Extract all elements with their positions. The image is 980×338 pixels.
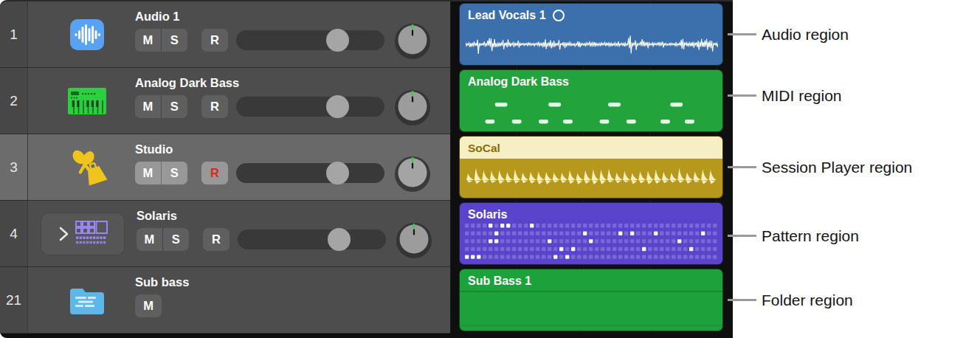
region-title: Solaris xyxy=(468,207,507,223)
track-row-audio: 1 xyxy=(0,1,733,68)
track-header[interactable]: Analog Dark Bass M S R xyxy=(28,68,450,134)
session-player-region[interactable]: SoCal xyxy=(459,136,723,199)
folder-divider xyxy=(460,325,722,326)
pan-knob[interactable] xyxy=(393,154,432,193)
mute-button[interactable]: M xyxy=(135,162,162,184)
pan-knob[interactable] xyxy=(395,220,433,260)
pattern-region[interactable]: Solaris xyxy=(459,202,723,265)
pan-knob[interactable] xyxy=(393,21,432,61)
solo-button[interactable]: S xyxy=(162,29,188,52)
region-title: Lead Vocals 1 xyxy=(468,7,546,24)
screenshot-stage: 1 xyxy=(0,0,980,338)
track-lane: SoCal xyxy=(450,134,733,201)
chevron-right-icon xyxy=(57,225,70,243)
track-header[interactable]: Studio M S R xyxy=(28,134,450,201)
callout-label-folder: Folder region xyxy=(762,289,853,311)
track-row-midi: 2 Analog Dark Bass xyxy=(0,68,733,134)
mute-button[interactable]: M xyxy=(135,95,162,118)
callout-line xyxy=(728,235,756,237)
callout-label-pattern: Pattern region xyxy=(762,225,859,247)
volume-slider-handle[interactable] xyxy=(326,95,349,118)
record-enable-button[interactable]: R xyxy=(201,29,228,52)
drum-machine-icon xyxy=(75,220,108,248)
track-lane: Sub Bass 1 xyxy=(450,267,733,334)
track-row-pattern: 4 xyxy=(0,201,733,267)
folder-region[interactable]: Sub Bass 1 xyxy=(459,269,723,331)
volume-slider-handle[interactable] xyxy=(326,29,349,52)
solo-button[interactable]: S xyxy=(162,95,188,118)
callout-label-session-player: Session Player region xyxy=(762,156,912,179)
pattern-step-grid xyxy=(465,224,719,263)
callout-line xyxy=(728,166,756,168)
volume-slider[interactable] xyxy=(236,30,384,50)
callout-label-midi: MIDI region xyxy=(762,85,842,107)
track-lane: Solaris xyxy=(450,201,733,267)
solo-button[interactable]: S xyxy=(162,162,188,184)
region-title: SoCal xyxy=(468,142,500,154)
track-name[interactable]: Sub bass xyxy=(135,274,450,290)
logic-track-area: 1 xyxy=(0,0,733,338)
callout-line xyxy=(728,94,756,97)
track-number[interactable]: 3 xyxy=(0,134,28,201)
audio-region[interactable]: Lead Vocals 1 xyxy=(459,3,723,66)
region-title: Sub Bass 1 xyxy=(468,273,531,289)
take-circle-icon xyxy=(553,10,565,21)
volume-slider-handle[interactable] xyxy=(326,162,349,184)
solo-button[interactable]: S xyxy=(163,228,190,251)
synth-keyboard-icon[interactable] xyxy=(39,68,135,134)
session-player-waveform xyxy=(466,166,717,194)
folder-icon[interactable] xyxy=(39,267,135,333)
volume-slider-handle[interactable] xyxy=(328,228,351,251)
track-number[interactable]: 1 xyxy=(0,1,28,68)
callout-line xyxy=(728,33,756,35)
volume-slider[interactable] xyxy=(236,163,384,183)
midi-region[interactable]: Analog Dark Bass xyxy=(459,69,723,132)
disclosure-button[interactable] xyxy=(41,213,125,255)
audio-waveform xyxy=(466,32,718,57)
mute-button[interactable]: M xyxy=(135,294,162,317)
callout-label-audio: Audio region xyxy=(762,24,849,46)
mute-button[interactable]: M xyxy=(135,29,162,52)
pan-knob[interactable] xyxy=(393,87,432,127)
track-number[interactable]: 4 xyxy=(0,201,28,267)
track-header[interactable]: Audio 1 M S R xyxy=(28,1,450,68)
track-lane: Lead Vocals 1 xyxy=(450,1,733,68)
region-title: Analog Dark Bass xyxy=(468,74,569,90)
volume-slider[interactable] xyxy=(238,230,386,249)
track-header[interactable]: Solaris M S R xyxy=(28,201,450,267)
midi-notes xyxy=(466,92,720,131)
track-row-folder: 21 Sub bass M xyxy=(0,267,733,334)
callout-line xyxy=(728,299,756,301)
mute-button[interactable]: M xyxy=(137,228,163,251)
track-lane: Analog Dark Bass xyxy=(450,68,733,134)
percussion-icon[interactable] xyxy=(39,134,135,200)
track-number[interactable]: 21 xyxy=(0,267,28,334)
folder-divider xyxy=(460,291,722,292)
track-row-session-player: 3 xyxy=(0,134,733,201)
record-enable-button[interactable]: R xyxy=(201,162,228,184)
record-enable-button[interactable]: R xyxy=(201,95,228,118)
audio-waveform-icon[interactable] xyxy=(39,1,135,67)
track-header[interactable]: Sub bass M xyxy=(28,267,450,334)
record-enable-button[interactable]: R xyxy=(203,228,230,251)
track-number[interactable]: 2 xyxy=(0,68,28,134)
volume-slider[interactable] xyxy=(236,97,384,117)
